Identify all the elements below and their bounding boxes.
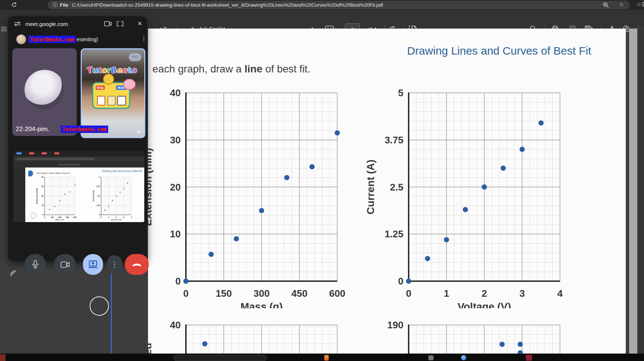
svg-text:150: 150 xyxy=(216,288,232,299)
favorites-bar-icon[interactable]: ☆☰ xyxy=(637,1,644,8)
worksheet-title: Drawing Lines and Curves of Best Fit xyxy=(364,45,591,57)
instruction-text: each graph, draw a line of best fit. xyxy=(152,63,310,75)
presenting-row: Tutorbento.com esenting) ⋮ xyxy=(8,31,147,48)
svg-text:3: 3 xyxy=(123,216,125,218)
camera-header-icon[interactable] xyxy=(104,21,112,26)
svg-text:190: 190 xyxy=(387,319,403,331)
screenshare-thumbnail[interactable]: each graph, draw a line of best fit. Dra… xyxy=(13,150,144,222)
svg-text:1.25: 1.25 xyxy=(96,204,100,206)
svg-text:40: 40 xyxy=(41,176,44,178)
browser-address-bar: ⓘ File C:/Users/HP/Downloads/t-sc-254991… xyxy=(0,0,644,10)
svg-text:150: 150 xyxy=(51,216,54,218)
participant-avatar xyxy=(25,70,65,110)
svg-text:10: 10 xyxy=(41,204,44,206)
svg-text:4: 4 xyxy=(131,216,132,218)
svg-text:0: 0 xyxy=(176,276,181,287)
svg-text:0: 0 xyxy=(183,288,189,299)
svg-text:5: 5 xyxy=(99,176,100,178)
svg-text:Mass (g): Mass (g) xyxy=(241,301,283,308)
tutor-bento-logo: Tutor Bento xyxy=(84,66,140,75)
svg-text:2.5: 2.5 xyxy=(390,182,403,193)
svg-text:40: 40 xyxy=(170,319,181,331)
svg-text:4: 4 xyxy=(557,288,563,299)
svg-text:Mass (g): Mass (g) xyxy=(55,219,64,220)
tutor-bento-lunchbox: Eng Math xyxy=(92,82,130,109)
svg-text:1: 1 xyxy=(108,216,109,218)
svg-text:30: 30 xyxy=(170,134,181,146)
annotation-line xyxy=(111,261,112,353)
svg-text:40: 40 xyxy=(170,87,181,98)
chart-bottom-right-partial: 190 xyxy=(334,318,569,354)
participant-name-suffix: . xyxy=(115,126,116,133)
protocol-label: File xyxy=(60,2,68,8)
svg-text:Voltage (V): Voltage (V) xyxy=(457,301,511,308)
refresh-icon[interactable] xyxy=(11,2,17,8)
taskbar-icon[interactable] xyxy=(461,355,466,360)
svg-text:1: 1 xyxy=(444,288,449,299)
open-pip-icon[interactable] xyxy=(117,21,123,26)
taskbar-icon[interactable] xyxy=(526,355,532,361)
svg-text:450: 450 xyxy=(66,216,69,218)
taskbar-icon[interactable] xyxy=(428,355,434,360)
end-call-button[interactable] xyxy=(125,254,149,275)
svg-text:1.25: 1.25 xyxy=(384,228,403,240)
scrollbar[interactable] xyxy=(629,29,637,354)
svg-text:0: 0 xyxy=(101,216,102,218)
svg-text:20: 20 xyxy=(170,182,181,193)
chart-bottom-left-partial: 40ced xyxy=(112,318,346,354)
svg-text:3.75: 3.75 xyxy=(384,134,403,146)
presenting-label: esenting) xyxy=(77,36,98,42)
more-options-button[interactable]: ⋮ xyxy=(107,255,122,274)
present-button[interactable] xyxy=(83,254,103,275)
viewer-right-edge xyxy=(637,29,644,354)
meet-header: meet.google.com × xyxy=(8,16,147,31)
meet-title: meet.google.com xyxy=(25,21,68,27)
participant-name: 22-204-pim. xyxy=(16,126,49,133)
svg-text:20: 20 xyxy=(41,195,44,197)
svg-text:5: 5 xyxy=(398,87,403,98)
zoom-page-icon[interactable] xyxy=(603,2,609,9)
svg-text:2: 2 xyxy=(482,288,487,299)
taskbar-search-box[interactable] xyxy=(173,355,267,361)
svg-text:30: 30 xyxy=(41,185,44,188)
taskbar-icon[interactable] xyxy=(324,355,329,361)
tile-more-icon[interactable]: ⋯ xyxy=(129,53,141,61)
svg-text:Current (A): Current (A) xyxy=(92,191,94,202)
svg-text:0: 0 xyxy=(99,214,100,216)
svg-text:600: 600 xyxy=(73,216,77,218)
close-icon[interactable]: × xyxy=(138,19,142,28)
mic-button[interactable] xyxy=(25,254,46,275)
speaker-tile[interactable]: ⋯ Tutor Bento Eng Math xyxy=(81,48,145,138)
address-pill[interactable]: ⓘ File C:/Users/HP/Downloads/t-sc-254991… xyxy=(48,1,630,9)
svg-text:0: 0 xyxy=(406,288,411,299)
info-icon[interactable]: ⓘ xyxy=(53,2,58,9)
menu-icon[interactable] xyxy=(1,26,7,32)
svg-text:Extension (mm): Extension (mm) xyxy=(36,188,38,204)
favorite-star-icon[interactable]: ☆ xyxy=(619,1,624,8)
svg-text:450: 450 xyxy=(292,288,307,299)
svg-text:ced: ced xyxy=(142,343,154,354)
pip-icon[interactable] xyxy=(134,128,141,134)
tune-icon[interactable] xyxy=(14,21,21,27)
more-vertical-icon[interactable]: ⋮ xyxy=(141,35,147,43)
participant-tile[interactable]: 22-204-pim. xyxy=(12,48,77,136)
screen: ⓘ File C:/Users/HP/Downloads/t-sc-254991… xyxy=(0,0,644,361)
svg-text:3: 3 xyxy=(519,288,525,299)
watermark-overlay: Tutorbento.com xyxy=(28,36,76,43)
svg-text:3.75: 3.75 xyxy=(96,185,100,188)
svg-text:Voltage (V): Voltage (V) xyxy=(111,219,122,220)
svg-text:2.5: 2.5 xyxy=(97,195,100,197)
svg-text:Current (A): Current (A) xyxy=(365,160,376,215)
svg-text:0: 0 xyxy=(42,214,44,216)
head-blob xyxy=(103,74,114,85)
taskbar-corner-icon[interactable] xyxy=(0,354,6,361)
cloud-blob xyxy=(123,79,136,90)
svg-text:2: 2 xyxy=(116,216,117,218)
avatar xyxy=(16,35,26,44)
svg-text:0: 0 xyxy=(398,276,403,287)
svg-text:0: 0 xyxy=(44,216,45,218)
annotation-circle xyxy=(90,296,109,316)
meet-window[interactable]: meet.google.com × Tutorbento.com esentin… xyxy=(8,16,147,261)
resize-handle[interactable] xyxy=(10,270,16,276)
camera-button[interactable] xyxy=(54,254,75,275)
